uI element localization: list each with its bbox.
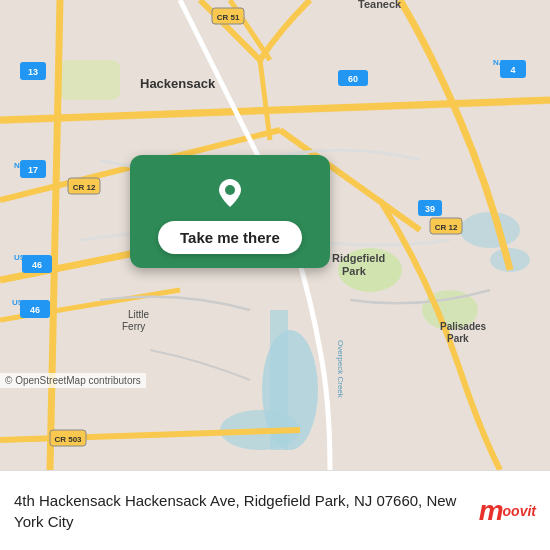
moovit-icon: m [479, 495, 503, 527]
svg-text:CR 51: CR 51 [217, 13, 240, 22]
map-container: 17 NJ 46 US 46 US 4 NJ CR 51 CR 12 CR 12… [0, 0, 550, 470]
address-text: 4th Hackensack Hackensack Ave, Ridgefiel… [14, 490, 469, 532]
address-label: 4th Hackensack Hackensack Ave, Ridgefiel… [14, 492, 456, 530]
svg-text:Palisades: Palisades [440, 321, 487, 332]
button-overlay: Take me there [130, 155, 330, 268]
svg-text:60: 60 [348, 74, 358, 84]
svg-rect-8 [60, 60, 120, 100]
attribution-text: © OpenStreetMap contributors [5, 375, 141, 386]
svg-text:NJ: NJ [14, 161, 24, 170]
svg-text:US: US [12, 298, 24, 307]
svg-text:39: 39 [425, 204, 435, 214]
svg-text:17: 17 [28, 165, 38, 175]
location-pin-icon [210, 173, 250, 213]
svg-text:46: 46 [32, 260, 42, 270]
svg-text:4: 4 [510, 65, 515, 75]
take-me-there-button[interactable]: Take me there [158, 221, 302, 254]
svg-text:CR 12: CR 12 [435, 223, 458, 232]
svg-text:Park: Park [342, 265, 367, 277]
svg-text:13: 13 [28, 67, 38, 77]
svg-text:Overpeck Creek: Overpeck Creek [336, 340, 345, 399]
svg-text:Little: Little [128, 309, 150, 320]
pin-container: Take me there [130, 155, 330, 268]
svg-text:CR 503: CR 503 [54, 435, 82, 444]
svg-text:Park: Park [447, 333, 469, 344]
moovit-text: oovit [503, 503, 536, 519]
svg-text:Hackensack: Hackensack [140, 76, 216, 91]
svg-text:NJ: NJ [493, 58, 503, 67]
svg-point-54 [225, 185, 235, 195]
svg-text:Ridgefield: Ridgefield [332, 252, 385, 264]
svg-text:US: US [14, 253, 26, 262]
footer-bar: 4th Hackensack Hackensack Ave, Ridgefiel… [0, 470, 550, 550]
map-attribution: © OpenStreetMap contributors [0, 373, 146, 388]
svg-text:Ferry: Ferry [122, 321, 145, 332]
svg-text:CR 12: CR 12 [73, 183, 96, 192]
moovit-logo: m oovit [479, 495, 536, 527]
svg-point-4 [460, 212, 520, 248]
svg-text:46: 46 [30, 305, 40, 315]
svg-text:Teaneck: Teaneck [358, 0, 402, 10]
